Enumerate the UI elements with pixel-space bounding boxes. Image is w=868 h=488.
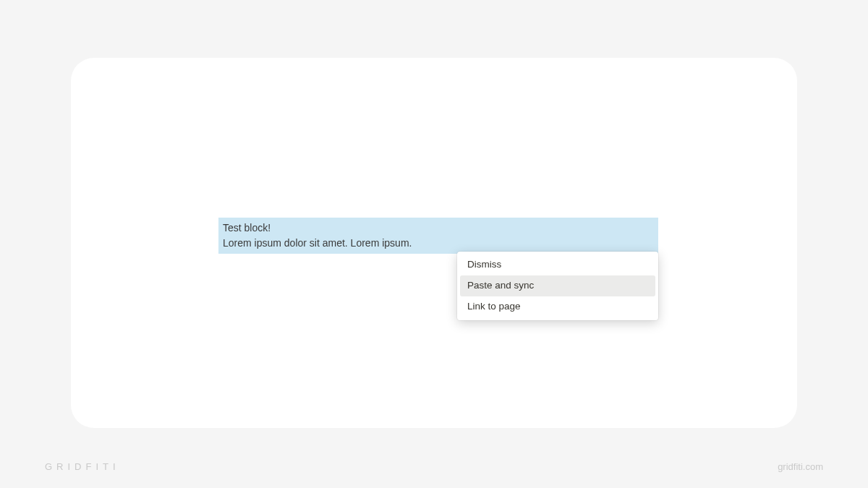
menu-item-label: Paste and sync [467,280,534,291]
watermark-url: gridfiti.com [778,461,823,472]
menu-item-paste-and-sync[interactable]: Paste and sync [460,275,655,296]
block-line-1: Test block! [223,221,654,236]
menu-item-link-to-page[interactable]: Link to page [460,296,655,317]
context-menu: Dismiss Paste and sync Link to page [457,252,658,320]
menu-item-label: Link to page [467,301,521,312]
block-line-2: Lorem ipsum dolor sit amet. Lorem ipsum. [223,236,654,251]
menu-item-label: Dismiss [467,259,501,270]
watermark-brand: GRIDFITI [45,461,120,472]
menu-item-dismiss[interactable]: Dismiss [460,254,655,275]
selected-text-block[interactable]: Test block! Lorem ipsum dolor sit amet. … [218,218,658,254]
